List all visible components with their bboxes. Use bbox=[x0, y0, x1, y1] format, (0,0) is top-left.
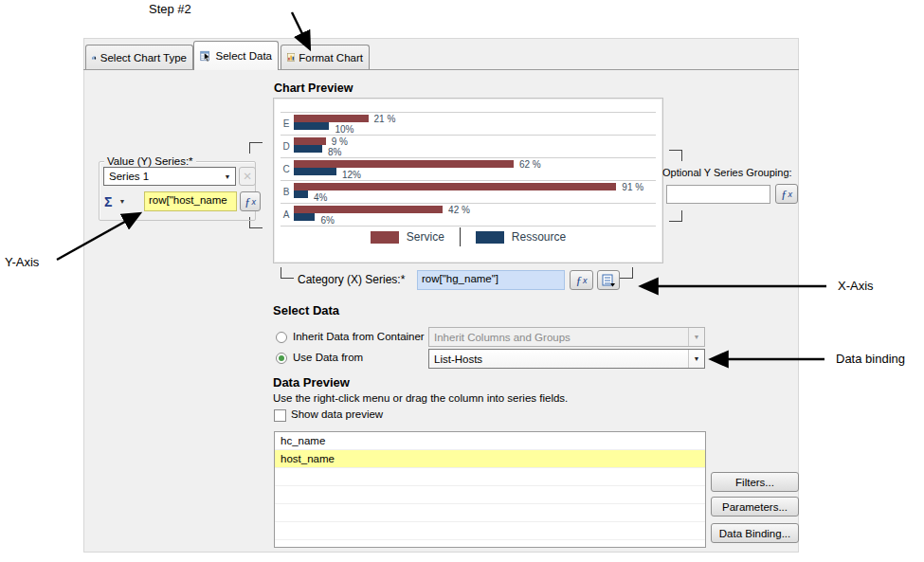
chevron-down-icon: ▼ bbox=[688, 328, 704, 346]
bar-value-label: 62 % bbox=[519, 159, 541, 170]
grouping-fx-button[interactable]: ƒx bbox=[775, 184, 798, 204]
bar-value-label: 91 % bbox=[622, 182, 643, 192]
value-y-series-label: Value (Y) Series:* bbox=[104, 155, 196, 167]
bar-value-label: 9 % bbox=[332, 136, 348, 147]
y-axis-annotation: Y-Axis bbox=[5, 255, 39, 269]
optional-grouping-input[interactable] bbox=[666, 185, 770, 204]
bracket-right-bottom bbox=[669, 210, 682, 222]
show-data-preview-label[interactable]: Show data preview bbox=[291, 408, 383, 420]
chart-category-row: D9 %8% bbox=[281, 135, 656, 157]
bar-value-label: 12% bbox=[342, 170, 361, 180]
chart-category-row: A42 %6% bbox=[281, 203, 656, 227]
use-data-radio-label[interactable]: Use Data from bbox=[293, 352, 363, 363]
tab-strip-divider bbox=[83, 69, 799, 70]
chart-category-row: B91 %4% bbox=[281, 180, 656, 203]
x-axis-annotation: X-Axis bbox=[838, 279, 874, 293]
y-series-fx-button[interactable]: ƒx bbox=[240, 191, 261, 211]
chevron-down-icon: ▼ bbox=[220, 173, 235, 180]
tab-label: Select Data bbox=[216, 50, 272, 62]
edit-group-sorting-button[interactable] bbox=[597, 270, 620, 290]
column-list-item[interactable]: host_name bbox=[275, 450, 705, 468]
data-binding-annotation: Data binding bbox=[836, 352, 905, 366]
chart-plot: E21 %10%D9 %8%C62 %12%B91 %4%A42 %6% bbox=[281, 112, 656, 227]
chart-legend: Service Ressource bbox=[273, 227, 663, 246]
bar-ressource bbox=[294, 122, 329, 130]
bar-ressource bbox=[294, 145, 322, 153]
category-label: A bbox=[281, 209, 292, 220]
bar-service bbox=[294, 206, 443, 213]
tab-select-data[interactable]: Select Data bbox=[193, 41, 279, 70]
optional-grouping-label: Optional Y Series Grouping: bbox=[662, 167, 792, 178]
fx-icon: ƒ bbox=[245, 194, 251, 209]
fx-icon: ƒ bbox=[781, 187, 788, 202]
select-data-icon bbox=[200, 48, 212, 63]
edit-group-sorting-icon bbox=[602, 274, 615, 287]
remove-series-button[interactable]: ✕ bbox=[239, 167, 256, 186]
bar-value-label: 10% bbox=[335, 124, 353, 135]
step2-annotation: Step #2 bbox=[149, 2, 191, 16]
chart-category-row: C62 %12% bbox=[281, 157, 656, 180]
bar-value-label: 21 % bbox=[374, 114, 396, 124]
bracket-xseries-left bbox=[281, 267, 294, 279]
inherit-columns-dropdown-value: Inherit Columns and Groups bbox=[429, 332, 688, 343]
inherit-data-radio-label[interactable]: Inherit Data from Container bbox=[293, 331, 425, 342]
chart-preview-heading: Chart Preview bbox=[274, 82, 353, 95]
sigma-icon: Σ bbox=[104, 194, 112, 209]
data-preview-hint: Use the right-click menu or drag the col… bbox=[273, 392, 568, 404]
x-series-fx-button[interactable]: ƒx bbox=[570, 270, 593, 290]
service-legend-label: Service bbox=[407, 230, 444, 244]
show-data-preview-checkbox[interactable] bbox=[274, 409, 286, 422]
inherit-data-radio[interactable] bbox=[276, 332, 287, 343]
category-label: B bbox=[281, 187, 292, 197]
close-icon: ✕ bbox=[243, 170, 252, 183]
series-selector[interactable]: Series 1 ▼ bbox=[103, 167, 236, 186]
select-data-heading: Select Data bbox=[273, 303, 339, 317]
empty-list-row bbox=[275, 504, 705, 522]
bar-value-label: 8% bbox=[328, 147, 341, 157]
column-list-item[interactable]: hc_name bbox=[275, 432, 705, 450]
bar-service bbox=[294, 160, 514, 168]
aggregation-button[interactable]: Σ ▼ bbox=[104, 191, 125, 211]
ressource-legend-label: Ressource bbox=[512, 230, 566, 244]
data-set-dropdown-value: List-Hosts bbox=[429, 354, 688, 365]
parameters-button[interactable]: Parameters... bbox=[711, 497, 799, 517]
sigma-chevron-down-icon: ▼ bbox=[118, 198, 125, 205]
legend-divider bbox=[460, 227, 461, 246]
tab-select-chart-type[interactable]: Select Chart Type bbox=[85, 45, 193, 69]
data-set-dropdown[interactable]: List-Hosts ▼ bbox=[428, 349, 705, 369]
bar-value-label: 42 % bbox=[448, 205, 470, 215]
fx-icon: ƒ bbox=[576, 273, 583, 288]
bracket-left-top bbox=[249, 142, 263, 154]
x-series-label: Category (X) Series:* bbox=[298, 273, 405, 286]
inherit-columns-dropdown: Inherit Columns and Groups ▼ bbox=[428, 327, 705, 347]
bar-value-label: 6% bbox=[320, 215, 334, 226]
bar-ressource bbox=[294, 213, 315, 221]
category-label: C bbox=[281, 164, 292, 174]
data-preview-heading: Data Preview bbox=[273, 375, 350, 390]
bar-service bbox=[294, 183, 616, 190]
y-series-expression-field[interactable]: row["host_name bbox=[144, 191, 237, 211]
format-chart-icon bbox=[287, 50, 295, 64]
use-data-radio[interactable] bbox=[276, 353, 287, 364]
x-series-expression-field[interactable]: row["hg_name"] bbox=[417, 270, 565, 290]
tab-format-chart[interactable]: Format Chart bbox=[281, 45, 370, 69]
category-label: E bbox=[281, 118, 292, 129]
chart-type-icon bbox=[92, 50, 97, 64]
bar-value-label: 4% bbox=[314, 192, 327, 203]
chart-category-row: E21 %10% bbox=[281, 112, 656, 135]
empty-list-row bbox=[275, 468, 705, 486]
bar-ressource bbox=[294, 190, 308, 198]
filters-button[interactable]: Filters... bbox=[711, 472, 799, 492]
chevron-down-icon: ▼ bbox=[688, 350, 704, 368]
ressource-legend-swatch bbox=[476, 231, 504, 244]
empty-list-row bbox=[275, 522, 705, 540]
bracket-right-top bbox=[669, 150, 682, 161]
tab-label: Select Chart Type bbox=[100, 52, 187, 63]
series-selector-value: Series 1 bbox=[104, 171, 220, 182]
category-label: D bbox=[281, 141, 292, 152]
service-legend-swatch bbox=[371, 231, 399, 244]
data-binding-button[interactable]: Data Binding... bbox=[711, 523, 799, 543]
tab-label: Format Chart bbox=[299, 52, 363, 63]
empty-list-row bbox=[275, 540, 705, 548]
bracket-xseries-right bbox=[620, 267, 633, 279]
